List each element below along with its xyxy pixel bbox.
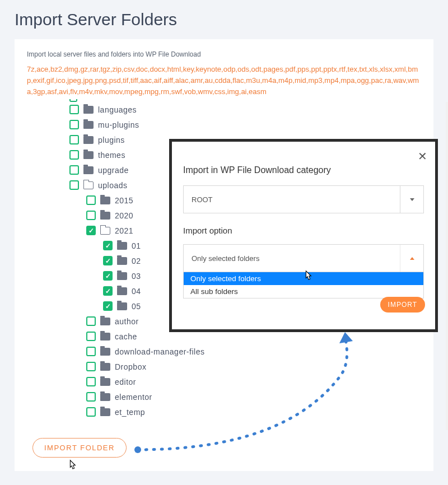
folder-label: 05 (132, 302, 141, 311)
folder-icon (83, 121, 94, 129)
category-value: ROOT (184, 195, 213, 204)
chevron-down-icon[interactable] (400, 186, 423, 213)
import-modal: ✕ Import in WP File Download category RO… (169, 139, 438, 332)
tree-row[interactable]: et_temp (69, 404, 421, 419)
option-dropdown: Only selected folders All sub folders (183, 272, 424, 299)
checkbox[interactable] (86, 362, 96, 371)
extensions-list: 7z,ace,bz2,dmg,gz,rar,tgz,zip,csv,doc,do… (27, 64, 421, 97)
chevron-up-icon[interactable] (400, 245, 423, 272)
checkbox[interactable] (69, 180, 79, 190)
option-item[interactable]: All sub folders (184, 285, 423, 298)
checkbox[interactable] (69, 150, 79, 160)
checkbox[interactable] (86, 195, 96, 205)
checkbox[interactable] (86, 211, 96, 220)
option-select[interactable]: Only selected folders (183, 244, 424, 272)
folder-icon (100, 333, 110, 341)
option-value: Only selected folders (184, 254, 259, 263)
folder-label: 04 (132, 287, 141, 296)
folder-label: 01 (132, 241, 141, 250)
tree-row[interactable]: elementor (69, 389, 421, 404)
import-folder-button[interactable]: IMPORT FOLDER (32, 438, 127, 458)
checkbox[interactable] (86, 347, 96, 356)
folder-icon (100, 212, 110, 220)
checkbox[interactable] (103, 271, 113, 281)
checkbox[interactable] (69, 135, 79, 144)
folder-label: 2020 (115, 211, 133, 220)
checkbox[interactable] (86, 226, 96, 235)
folder-label: author (115, 317, 139, 326)
checkbox[interactable] (103, 286, 113, 296)
checkbox[interactable] (103, 256, 113, 265)
folder-open-icon (100, 227, 110, 235)
folder-icon (100, 378, 110, 386)
category-select[interactable]: ROOT (183, 185, 424, 213)
tree-row[interactable]: Dropbox (69, 359, 421, 374)
folder-label: languages (98, 105, 137, 114)
folder-icon (100, 197, 110, 204)
folder-icon (117, 242, 127, 250)
folder-label: 2021 (115, 226, 133, 235)
checkbox[interactable] (103, 241, 113, 250)
folder-icon (100, 348, 110, 356)
checkbox[interactable] (103, 301, 113, 311)
folder-label: uploads (98, 181, 128, 190)
folder-icon (100, 408, 110, 416)
folder-label: Dropbox (115, 362, 146, 371)
folder-icon (100, 393, 110, 401)
folder-label: cache (115, 332, 137, 341)
folder-icon (117, 257, 127, 265)
checkbox[interactable] (86, 332, 96, 341)
description: Import local server files and folders in… (27, 50, 421, 58)
close-icon[interactable]: ✕ (418, 150, 427, 163)
scrollbar[interactable] (446, 102, 448, 430)
folder-icon (117, 302, 127, 310)
folder-icon (100, 363, 110, 371)
checkbox[interactable] (86, 377, 96, 386)
checkbox[interactable] (86, 407, 96, 417)
import-button[interactable]: IMPORT (380, 297, 425, 313)
checkbox[interactable] (86, 316, 96, 326)
folder-label: 2015 (115, 196, 133, 205)
folder-icon (117, 272, 127, 280)
checkbox[interactable] (69, 120, 79, 129)
checkbox[interactable] (69, 105, 79, 114)
tree-row[interactable]: editor (69, 374, 421, 389)
option-item-selected[interactable]: Only selected folders (184, 272, 423, 285)
page-title: Import Server Folders (15, 10, 433, 29)
folder-label: et_temp (115, 408, 145, 417)
folder-icon (83, 151, 94, 159)
folder-label: download-manager-files (115, 347, 204, 356)
checkbox[interactable] (86, 392, 96, 402)
folder-label: plugins (98, 136, 125, 144)
folder-label: 02 (132, 257, 141, 265)
scroll-up-icon[interactable] (446, 102, 448, 111)
modal-title: Import in WP File Download category (183, 165, 424, 175)
folder-icon (83, 136, 94, 144)
folder-label: 03 (132, 272, 141, 281)
folder-icon (83, 166, 94, 174)
folder-label: editor (115, 377, 136, 386)
folder-label: mu-plugins (98, 120, 139, 129)
folder-icon (83, 106, 94, 114)
scroll-down-icon[interactable] (446, 421, 448, 430)
folder-icon (100, 318, 110, 325)
checkbox[interactable] (69, 165, 79, 175)
tree-row[interactable]: mu-plugins (69, 117, 421, 132)
folder-open-icon (83, 181, 94, 189)
folder-label: themes (98, 151, 125, 160)
option-label: Import option (183, 226, 424, 235)
folder-label: elementor (115, 393, 152, 402)
folder-icon (117, 287, 127, 295)
tree-row[interactable]: download-manager-files (69, 344, 421, 359)
tree-row[interactable]: languages (69, 102, 421, 117)
folder-label: upgrade (98, 166, 129, 175)
